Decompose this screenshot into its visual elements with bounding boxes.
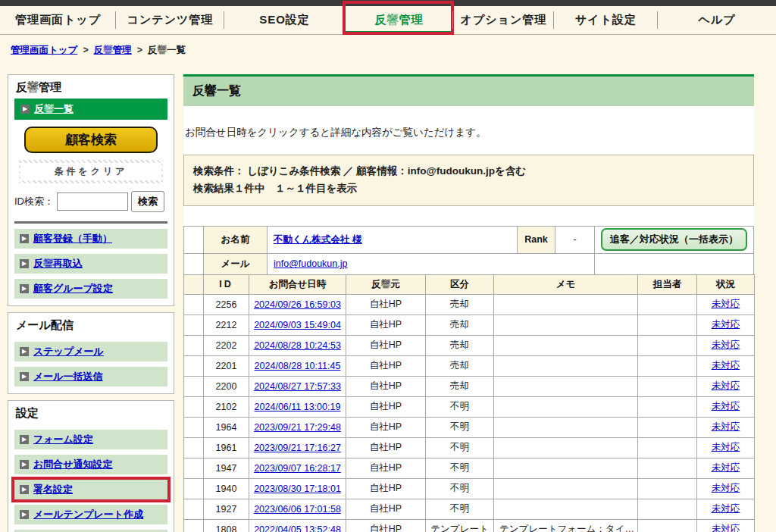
inquiry-datetime-link[interactable]: 2023/09/21 17:16:27	[254, 443, 341, 453]
sidebar-link-label: 顧客登録（手動）	[33, 232, 112, 246]
name-label-cell: お名前	[204, 226, 268, 253]
sidebar-item-メールテンプレート作成[interactable]: ▶メールテンプレート作成	[14, 505, 167, 524]
sidebar-item-顧客登録（手動）[interactable]: ▶顧客登録（手動）	[14, 229, 167, 249]
inquiry-memo-cell	[494, 437, 638, 458]
inquiry-source-cell: 自社HP	[346, 478, 426, 499]
mail-label-cell: メール	[204, 253, 268, 274]
table-row: 1927 2023/06/06 17:01:58 自社HP 不明 未対応	[184, 499, 755, 519]
tab-4[interactable]: 反響管理	[345, 6, 453, 34]
inquiry-status-link[interactable]: 未対応	[712, 299, 740, 309]
inquiry-id-cell: 1927	[204, 499, 249, 519]
inquiry-datetime-cell: 2024/08/28 10:24:53	[249, 335, 346, 355]
customer-search-button[interactable]: 顧客検索	[24, 127, 158, 153]
inquiry-status-cell: 未対応	[697, 376, 755, 396]
sidebar-item-署名設定[interactable]: ▶署名設定	[14, 480, 167, 499]
id-search-button[interactable]: 検索	[131, 191, 164, 212]
inquiry-status-link[interactable]: 未対応	[712, 462, 740, 473]
empty-cell	[595, 253, 754, 274]
inquiry-status-link[interactable]: 未対応	[712, 340, 740, 350]
inquiry-datetime-cell: 2023/09/07 16:28:17	[249, 458, 346, 478]
spacer-cell	[184, 294, 204, 315]
batch-status-button[interactable]: 追客／対応状況（一括表示）	[601, 228, 747, 251]
tab-3[interactable]: SEO設定	[224, 6, 345, 34]
inquiry-memo-cell	[494, 499, 638, 519]
inquiry-datetime-link[interactable]: 2024/08/28 10:11:45	[255, 361, 341, 371]
inquiry-status-link[interactable]: 未対応	[712, 421, 740, 432]
batch-status-cell: 追客／対応状況（一括表示）	[595, 226, 754, 253]
inquiry-category-cell: 不明	[426, 437, 494, 458]
tab-label: サイト設定	[575, 13, 637, 27]
tab-5[interactable]: オプション管理	[453, 6, 554, 34]
sidebar-item-お問合せ通知設定[interactable]: ▶お問合せ通知設定	[14, 455, 167, 474]
spacer-cell	[184, 458, 204, 478]
inquiry-datetime-link[interactable]: 2024/09/03 15:49:04	[254, 320, 341, 330]
inquiry-source-cell: 自社HP	[346, 355, 426, 376]
customer-name-link[interactable]: 不動くん株式会社 様	[274, 234, 362, 245]
sidebar-item-label: 反響一覧	[34, 102, 74, 116]
arrow-right-icon: ▶	[20, 347, 29, 356]
inquiry-memo-cell	[494, 458, 638, 478]
inquiry-status-link[interactable]: 未対応	[712, 380, 740, 391]
inquiry-datetime-cell: 2024/09/26 16:59:03	[249, 294, 346, 315]
arrow-right-icon: ▶	[20, 435, 29, 444]
inquiry-datetime-link[interactable]: 2024/06/11 13:00:19	[255, 402, 341, 412]
inquiry-datetime-link[interactable]: 2023/06/06 17:01:58	[254, 504, 341, 515]
inquiry-datetime-link[interactable]: 2024/09/26 16:59:03	[254, 299, 341, 310]
inquiry-status-link[interactable]: 未対応	[712, 524, 740, 532]
inquiry-datetime-link[interactable]: 2023/08/30 17:18:01	[254, 483, 341, 494]
sidebar-link-label: 顧客グループ設定	[33, 282, 113, 296]
inquiry-status-cell: 未対応	[697, 315, 755, 335]
tab-1[interactable]: 管理画面トップ	[0, 6, 116, 34]
search-conditions-line: 検索条件： しぼりこみ条件検索 ／ 顧客情報：info@fudoukun.jpを…	[193, 163, 744, 180]
sidebar-item-フォーム設定[interactable]: ▶フォーム設定	[14, 430, 167, 449]
sidebar-item-反響再取込[interactable]: ▶反響再取込	[14, 254, 167, 274]
table-row: 1961 2023/09/21 17:16:27 自社HP 不明 未対応	[184, 437, 755, 458]
inquiry-datetime-link[interactable]: 2023/09/21 17:29:48	[254, 422, 341, 433]
inquiry-status-cell: 未対応	[697, 417, 755, 437]
customer-mail-link[interactable]: info@fudoukun.jp	[274, 258, 347, 269]
inquiry-status-link[interactable]: 未対応	[712, 319, 740, 330]
sidebar-item-hankyou-ichiran[interactable]: ▶ 反響一覧	[14, 99, 167, 120]
id-search-input[interactable]	[57, 192, 128, 211]
customer-mail-cell: info@fudoukun.jp	[268, 253, 595, 274]
inquiry-status-link[interactable]: 未対応	[712, 483, 740, 493]
customer-info-table: お名前 不動くん株式会社 様 Rank - 追客／対応状況（一括表示） メール …	[183, 226, 754, 275]
tab-7[interactable]: ヘルプ	[658, 6, 776, 34]
spacer-cell	[184, 417, 204, 437]
inquiry-datetime-link[interactable]: 2024/08/27 17:57:33	[254, 381, 341, 392]
sidebar-link-label: フォーム設定	[33, 433, 93, 446]
table-row: 2202 2024/08/28 10:24:53 自社HP 売却 未対応	[184, 335, 755, 355]
results-table-area: お名前 不動くん株式会社 様 Rank - 追客／対応状況（一括表示） メール …	[183, 226, 754, 532]
inquiry-table-header-row: ID お問合せ日時 反響元 区分 メモ 担当者 状況	[184, 274, 755, 294]
sidebar-item-ステップメール[interactable]: ▶ステップメール	[14, 342, 167, 361]
search-results-line: 検索結果１件中 １～１件目を表示	[193, 180, 744, 198]
tab-6[interactable]: サイト設定	[554, 6, 658, 34]
sidebar-links-group2: ▶ステップメール▶メール一括送信	[8, 342, 174, 386]
arrow-right-icon: ▶	[20, 460, 29, 469]
breadcrumb-item[interactable]: 管理画面トップ	[11, 45, 77, 55]
sidebar-item-メール一括送信[interactable]: ▶メール一括送信	[14, 367, 167, 386]
inquiry-status-link[interactable]: 未対応	[712, 503, 740, 514]
inquiry-datetime-link[interactable]: 2023/09/07 16:28:17	[254, 463, 341, 474]
tab-2[interactable]: コンテンツ管理	[116, 6, 224, 34]
inquiry-status-cell: 未対応	[697, 478, 755, 499]
inquiry-datetime-link[interactable]: 2022/04/05 13:52:48	[254, 524, 341, 532]
col-header-datetime: お問合せ日時	[249, 274, 346, 294]
col-header-category: 区分	[426, 274, 494, 294]
inquiry-status-cell: 未対応	[697, 458, 755, 478]
inquiry-datetime-cell: 2023/09/21 17:16:27	[249, 437, 346, 458]
clear-conditions-button[interactable]: 条件をクリア	[19, 160, 163, 183]
inquiry-source-cell: 自社HP	[346, 519, 426, 532]
inquiry-table-body: 2256 2024/09/26 16:59:03 自社HP 売却 未対応 221…	[184, 294, 755, 532]
inquiry-status-link[interactable]: 未対応	[712, 360, 740, 371]
arrow-right-icon: ▶	[20, 284, 29, 293]
inquiry-status-link[interactable]: 未対応	[712, 401, 740, 412]
inquiry-memo-cell	[494, 396, 638, 417]
breadcrumb-item[interactable]: 反響管理	[94, 45, 132, 55]
inquiry-datetime-link[interactable]: 2024/08/28 10:24:53	[254, 340, 341, 351]
inquiry-datetime-cell: 2024/08/27 17:57:33	[249, 376, 346, 396]
sidebar-item-顧客グループ設定[interactable]: ▶顧客グループ設定	[14, 279, 167, 299]
inquiry-status-link[interactable]: 未対応	[712, 442, 740, 452]
inquiry-staff-cell	[638, 335, 697, 355]
inquiry-category-cell: 売却	[426, 335, 494, 355]
